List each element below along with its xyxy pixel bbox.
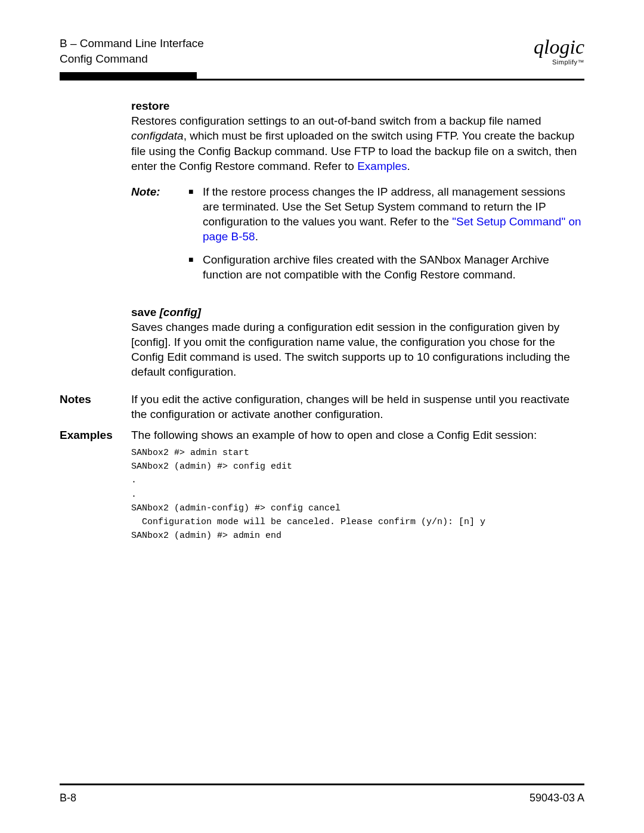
save-para: save [config] Saves changes made during … xyxy=(131,305,584,379)
brand-logo: qlogic xyxy=(534,37,584,57)
examples-code: SANbox2 #> admin start SANbox2 (admin) #… xyxy=(131,446,584,543)
save-heading-arg: [config] xyxy=(160,306,202,318)
section-restore: restore Restores configuration settings … xyxy=(60,98,584,388)
restore-heading: restore xyxy=(131,100,169,112)
note-block: Note: If the restore process changes the… xyxy=(131,184,584,290)
save-heading: save [config] xyxy=(131,306,201,318)
save-body: Saves changes made during a configuratio… xyxy=(131,321,570,378)
content: restore Restores configuration settings … xyxy=(60,98,584,543)
page-footer: B-8 59043-03 A xyxy=(60,792,584,804)
footer-page-number: B-8 xyxy=(60,792,76,804)
bullet-icon xyxy=(188,252,203,267)
footer-doc-number: 59043-03 A xyxy=(530,792,584,804)
restore-text-tail: . xyxy=(407,160,410,172)
page: B – Command Line Interface Config Comman… xyxy=(0,0,644,833)
notes-label: Notes xyxy=(60,392,131,407)
header-right: qlogic Simplify™ xyxy=(534,36,584,66)
note-list: If the restore process changes the IP ad… xyxy=(188,184,584,290)
bullet-icon xyxy=(188,184,203,199)
note-item-2-text: Configuration archive files created with… xyxy=(203,252,584,282)
page-header: B – Command Line Interface Config Comman… xyxy=(60,36,584,66)
section-notes: Notes If you edit the active configurati… xyxy=(60,392,584,422)
note-item-1-text: If the restore process changes the IP ad… xyxy=(203,184,584,244)
breadcrumb-line-1: B – Command Line Interface xyxy=(60,36,204,51)
breadcrumb-line-2: Config Command xyxy=(60,51,204,67)
brand-tagline: Simplify™ xyxy=(534,58,584,66)
examples-label: Examples xyxy=(60,428,131,442)
link-examples[interactable]: Examples xyxy=(357,160,407,172)
restore-text-post: , which must be first uploaded on the sw… xyxy=(131,129,577,172)
restore-para: restore Restores configuration settings … xyxy=(131,98,584,173)
examples-body: The following shows an example of how to… xyxy=(131,428,584,543)
restore-body: restore Restores configuration settings … xyxy=(131,98,584,388)
header-thin-rule xyxy=(60,79,584,80)
header-left: B – Command Line Interface Config Comman… xyxy=(60,36,204,66)
note-item-2: Configuration archive files created with… xyxy=(188,252,584,282)
note1-post: . xyxy=(255,230,258,243)
notes-body: If you edit the active configuration, ch… xyxy=(131,392,584,422)
examples-intro: The following shows an example of how to… xyxy=(131,428,584,442)
header-rule xyxy=(60,72,584,80)
footer-rule xyxy=(60,784,584,785)
note-item-1: If the restore process changes the IP ad… xyxy=(188,184,584,244)
save-heading-word: save xyxy=(131,306,160,318)
note-label: Note: xyxy=(131,184,188,199)
section-examples: Examples The following shows an example … xyxy=(60,428,584,543)
restore-text-em: configdata xyxy=(131,129,184,142)
restore-text-pre: Restores configuration settings to an ou… xyxy=(131,114,541,127)
